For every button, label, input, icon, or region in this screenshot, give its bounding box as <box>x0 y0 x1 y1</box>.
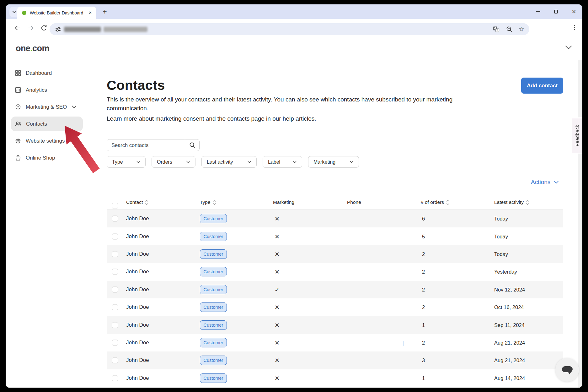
contact-name: John Doe <box>126 357 149 363</box>
translate-icon[interactable] <box>493 26 500 33</box>
filter-label: Last activity <box>207 159 233 165</box>
filter-label: Label <box>268 159 280 165</box>
table-row[interactable]: John Doe Customer ✕ 2 Today <box>107 245 563 263</box>
chevron-down-icon <box>554 181 559 184</box>
type-badge: Customer <box>200 267 227 276</box>
table-row[interactable]: John Doe Customer ✕ 1 Sep 11, 2024 <box>107 316 563 334</box>
filter-dropdown[interactable]: Type <box>107 156 146 168</box>
table-row[interactable]: John Doe Customer ✕ 2 Yesterday <box>107 263 563 280</box>
chevron-down-icon <box>247 161 251 163</box>
browser-tab[interactable]: Website Builder Dashboard ✕ <box>17 7 96 19</box>
dashboard-grid-icon <box>15 70 21 76</box>
filter-dropdown[interactable]: Orders <box>152 156 195 168</box>
contact-name: John Doe <box>126 375 149 381</box>
target-icon <box>15 104 21 110</box>
chevron-down-icon <box>136 161 140 163</box>
row-checkbox[interactable] <box>112 375 118 381</box>
sidebar-item-label: Dashboard <box>26 70 52 76</box>
onecom-logo: one.com <box>16 37 49 60</box>
search-button[interactable] <box>185 139 199 151</box>
sidebar-item-website-settings[interactable]: Website settings <box>6 133 95 148</box>
row-checkbox[interactable] <box>112 216 118 222</box>
account-chevron-icon[interactable] <box>565 45 572 50</box>
latest-activity: Yesterday <box>494 269 517 275</box>
forward-button[interactable] <box>27 24 35 32</box>
sidebar-item-analytics[interactable]: Analytics <box>6 83 95 97</box>
sidebar: Dashboard Analytics Marketing & SEO Cont… <box>6 60 95 388</box>
latest-activity: Aug 14, 2024 <box>494 375 525 381</box>
table-row[interactable]: John Doe Customer ✓ 2 Nov 12, 2024 <box>107 281 563 298</box>
new-tab-button[interactable]: + <box>100 7 110 16</box>
chat-bubble-icon <box>560 364 574 376</box>
table-row[interactable]: John Doe Customer ✕ 2 Aug 21, 2024 <box>107 334 563 351</box>
select-all-checkbox[interactable] <box>112 203 118 209</box>
column-header-latest-activity[interactable]: Latest activity <box>494 199 529 205</box>
back-button[interactable] <box>14 24 21 32</box>
table-row[interactable]: John Doe Customer ✕ 2 Oct 16, 2024 <box>107 298 563 316</box>
latest-activity: Today <box>494 251 508 257</box>
column-header-contact[interactable]: Contact <box>126 199 148 205</box>
close-window-button[interactable]: ✕ <box>572 9 576 14</box>
browser-menu-icon[interactable] <box>572 24 577 32</box>
contacts-page-link[interactable]: contacts page <box>227 115 264 122</box>
marketing-mark: ✓ <box>273 286 281 293</box>
sort-icon <box>526 200 529 205</box>
feedback-tab[interactable]: Feedback <box>572 118 582 153</box>
filter-dropdown[interactable]: Last activity <box>201 156 257 168</box>
table-row[interactable]: John Doe Customer ✕ 6 Today <box>107 210 563 227</box>
add-contact-button[interactable]: Add contact <box>521 78 563 94</box>
desktop-background: Website Builder Dashboard ✕ + ✕ ☆ <box>0 0 588 392</box>
sidebar-item-online-shop[interactable]: Online Shop <box>6 150 95 165</box>
tab-close-icon[interactable]: ✕ <box>88 10 93 16</box>
latest-activity: Nov 12, 2024 <box>494 286 525 292</box>
sidebar-item-dashboard[interactable]: Dashboard <box>6 66 95 80</box>
sidebar-item-label: Website settings <box>26 138 65 144</box>
contact-name: John Doe <box>126 340 149 346</box>
table-row[interactable]: John Doe Customer ✕ 1 Aug 14, 2024 <box>107 369 563 387</box>
chevron-down-icon <box>72 139 76 142</box>
filter-dropdown[interactable]: Marketing <box>308 156 359 168</box>
marketing-mark: ✕ <box>273 251 281 258</box>
actions-dropdown[interactable]: Actions <box>531 178 559 186</box>
type-badge: Customer <box>200 373 227 383</box>
type-badge: Customer <box>200 302 227 312</box>
table-row[interactable]: John Doe Customer ✕ 3 Aug 21, 2024 <box>107 351 563 369</box>
bookmark-star-icon[interactable]: ☆ <box>518 25 524 33</box>
column-header-type[interactable]: Type <box>200 199 216 205</box>
row-checkbox[interactable] <box>112 322 118 328</box>
sort-icon <box>213 200 216 205</box>
table-row[interactable]: John Doe Customer ✕ 5 Today <box>107 227 563 245</box>
orders-count: 2 <box>422 286 425 292</box>
address-bar[interactable]: ☆ <box>50 23 529 35</box>
site-settings-icon[interactable] <box>55 26 61 33</box>
reload-button[interactable] <box>40 24 48 32</box>
row-checkbox[interactable] <box>112 286 118 292</box>
filter-row: Type Orders Last activity Label Marketin… <box>107 156 359 168</box>
row-checkbox[interactable] <box>112 357 118 363</box>
type-badge: Customer <box>200 356 227 365</box>
maximize-button[interactable] <box>554 9 558 14</box>
row-checkbox[interactable] <box>112 340 118 346</box>
minimize-button[interactable] <box>536 9 540 14</box>
marketing-consent-link[interactable]: marketing consent <box>155 115 204 122</box>
type-badge: Customer <box>200 232 227 241</box>
scrollbar-track[interactable] <box>578 60 582 388</box>
site-favicon <box>22 11 26 15</box>
column-header-orders[interactable]: # of orders <box>421 199 450 205</box>
filter-dropdown[interactable]: Label <box>263 156 302 168</box>
sidebar-item-contacts[interactable]: Contacts <box>11 117 83 131</box>
zoom-icon[interactable] <box>506 26 513 33</box>
row-checkbox[interactable] <box>112 251 118 257</box>
sort-icon <box>446 200 450 205</box>
row-checkbox[interactable] <box>112 233 118 239</box>
latest-activity: Aug 21, 2024 <box>494 357 525 363</box>
chat-widget-button[interactable] <box>555 358 579 382</box>
marketing-mark: ✕ <box>273 304 281 311</box>
filter-label: Type <box>112 159 123 165</box>
actions-label: Actions <box>531 179 550 186</box>
search-input[interactable] <box>107 139 185 151</box>
contact-name: John Doe <box>126 269 149 275</box>
sidebar-item-marketing-seo[interactable]: Marketing & SEO <box>6 100 95 114</box>
row-checkbox[interactable] <box>112 304 118 310</box>
row-checkbox[interactable] <box>112 269 118 275</box>
